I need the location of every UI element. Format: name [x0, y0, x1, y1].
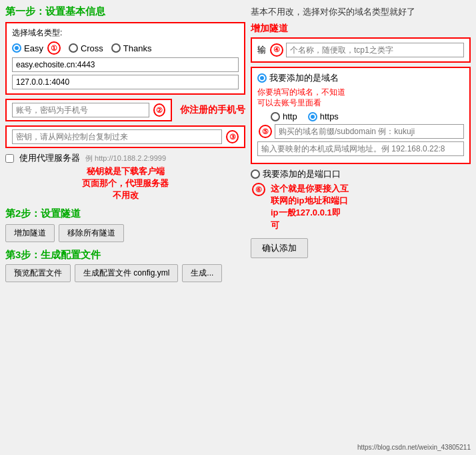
protocol-row: http https — [271, 111, 464, 121]
confirm-add-area: 确认添加 — [251, 236, 471, 258]
domain-options-box: 我要添加的是域名 你要填写的域名，不知道 可以去账号里面看 http https… — [251, 67, 471, 165]
bottom-url: https://blog.csdn.net/weixin_43805211 — [357, 444, 471, 451]
radio-https-circle[interactable] — [308, 112, 317, 121]
step2-title: 第2步：设置隧道 — [5, 207, 245, 220]
proxy-row: 使用代理服务器 例 http://10.188.2.2:9999 — [5, 152, 245, 164]
proxy-annotation-area: 秘钥就是下载客户端 页面那个，代理服务器 不用改 — [5, 165, 245, 202]
port-option-label: 我要添加的是端口口 — [263, 168, 341, 180]
radio-http-circle[interactable] — [271, 112, 280, 121]
step3-title: 第3步：生成配置文件 — [5, 249, 245, 262]
badge6-area: ⑥ 这个就是你要接入互 联网的ip地址和端口 ip一般127.0.0.1即 可 — [251, 183, 471, 232]
radio-domain-circle[interactable] — [257, 73, 267, 83]
domain-type-label: 选择域名类型: — [12, 27, 239, 39]
domain-option-label: 我要添加的是域名 — [269, 72, 339, 84]
radio-http[interactable]: http — [271, 111, 297, 121]
local-addr-input[interactable] — [257, 141, 464, 156]
add-tunnel-btn[interactable]: 增加隧道 — [5, 224, 55, 242]
server-address-input[interactable] — [12, 57, 239, 72]
radio-thanks-label: Thanks — [123, 43, 152, 53]
account-annotation: 你注册的手机号 — [180, 104, 245, 116]
proxy-annotation: 秘钥就是下载客户端 页面那个，代理服务器 不用改 — [5, 165, 245, 202]
secret-box: ③ — [5, 125, 245, 148]
account-row: ② 你注册的手机号 — [5, 99, 245, 121]
port-option-row: 我要添加的是端口口 — [251, 168, 471, 180]
tunnel-name-box: 输 ④ — [251, 37, 471, 63]
radio-port-circle[interactable] — [251, 169, 260, 179]
radio-https[interactable]: https — [308, 111, 339, 121]
annotation-6: 这个就是你要接入互 联网的ip地址和端口 ip一般127.0.0.1即 可 — [271, 183, 349, 232]
radio-options-row: Easy ① Cross Thanks — [12, 41, 239, 55]
generate-btn3[interactable]: 生成... — [182, 264, 222, 282]
basic-note: 基本不用改，选择对你买的域名类型就好了 — [251, 5, 471, 19]
badge-5: ⑤ — [259, 125, 272, 138]
tunnel-name-input[interactable] — [286, 43, 464, 57]
radio-cross-circle[interactable] — [69, 43, 78, 53]
badge-6: ⑥ — [252, 183, 265, 196]
secret-row: ③ — [5, 125, 245, 148]
radio-easy[interactable]: Easy ① — [12, 41, 61, 55]
proxy-hint: 例 http://10.188.2.2:9999 — [85, 153, 166, 163]
radio-thanks[interactable]: Thanks — [111, 43, 152, 53]
proxy-checkbox[interactable] — [5, 154, 14, 163]
preview-config-btn[interactable]: 预览配置文件 — [5, 264, 71, 282]
remove-tunnels-btn[interactable]: 移除所有隧道 — [59, 224, 124, 242]
radio-domain[interactable]: 我要添加的是域名 — [257, 72, 339, 84]
http-label: http — [283, 111, 297, 121]
secret-input[interactable] — [12, 129, 222, 144]
local-port-input[interactable] — [12, 75, 239, 89]
domain-annotation: 你要填写的域名，不知道 可以去账号里面看 — [257, 87, 464, 109]
domain-radio-row: 我要添加的是域名 — [257, 72, 464, 84]
step1-title: 第一步：设置基本信息 — [5, 5, 245, 18]
subdomain-row: ⑤ — [257, 124, 464, 139]
confirm-add-btn[interactable]: 确认添加 — [251, 238, 308, 258]
radio-port[interactable]: 我要添加的是端口口 — [251, 168, 341, 180]
radio-easy-label: Easy — [24, 43, 43, 53]
tunnel-section-title: 增加隧道 — [251, 23, 471, 35]
badge-3: ③ — [226, 130, 239, 143]
tunnel-name-prefix: 输 — [257, 44, 266, 56]
proxy-label: 使用代理服务器 — [19, 152, 80, 164]
badge-1: ① — [47, 41, 61, 55]
radio-cross[interactable]: Cross — [69, 43, 103, 53]
step3-btn-row: 预览配置文件 生成配置文件 config.yml 生成... — [5, 264, 245, 282]
generate-config-btn[interactable]: 生成配置文件 config.yml — [75, 264, 178, 282]
step2-btn-row: 增加隧道 移除所有隧道 — [5, 224, 245, 242]
subdomain-input[interactable] — [275, 124, 464, 139]
radio-thanks-circle[interactable] — [111, 43, 121, 53]
badge-4: ④ — [270, 43, 283, 57]
account-input[interactable] — [12, 103, 149, 117]
account-box: ② — [5, 99, 172, 121]
badge-2: ② — [153, 103, 165, 117]
radio-easy-circle[interactable] — [12, 43, 21, 53]
domain-type-box: 选择域名类型: Easy ① Cross Thanks — [5, 22, 245, 95]
https-label: https — [320, 111, 339, 121]
radio-cross-label: Cross — [81, 43, 103, 53]
